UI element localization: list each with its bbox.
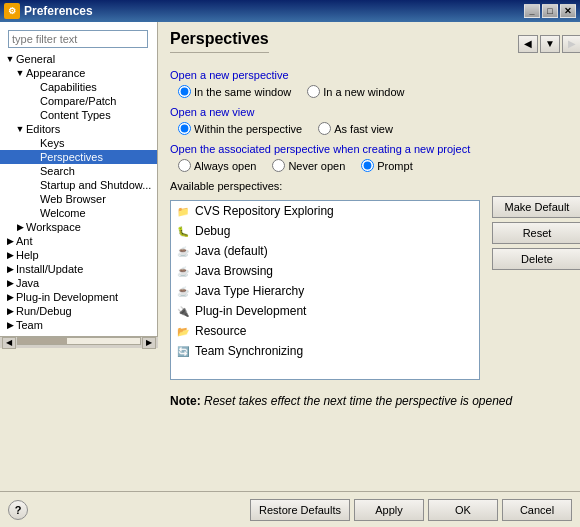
sidebar-item-plugin-dev[interactable]: ▶ Plug-in Development xyxy=(0,290,157,304)
note-body: Reset takes effect the next time the per… xyxy=(201,394,513,408)
list-item[interactable]: 📂 Resource xyxy=(171,321,479,341)
cancel-button[interactable]: Cancel xyxy=(502,499,572,521)
never-open-label: Never open xyxy=(288,160,345,172)
sidebar-item-run-debug[interactable]: ▶ Run/Debug xyxy=(0,304,157,318)
sidebar-item-compare-patch[interactable]: Compare/Patch xyxy=(0,94,157,108)
debug-icon: 🐛 xyxy=(175,223,191,239)
new-window-option[interactable]: In a new window xyxy=(307,85,404,98)
reset-button[interactable]: Reset xyxy=(492,222,580,244)
main-panel: Perspectives ◀ ▼ ▶ Open a new perspectiv… xyxy=(158,22,580,491)
expand-icon: ▶ xyxy=(4,236,16,246)
within-perspective-label: Within the perspective xyxy=(194,123,302,135)
apply-button[interactable]: Apply xyxy=(354,499,424,521)
expand-icon: ▶ xyxy=(4,320,16,330)
scroll-left-arrow[interactable]: ◀ xyxy=(2,337,16,349)
sidebar-item-capabilities[interactable]: Capabilities xyxy=(0,80,157,94)
open-new-perspective-options: In the same window In a new window xyxy=(178,85,580,98)
nav-forward-button[interactable]: ▶ xyxy=(562,35,580,53)
prompt-radio[interactable] xyxy=(361,159,374,172)
fast-view-label: As fast view xyxy=(334,123,393,135)
sidebar-item-startup[interactable]: Startup and Shutdow... xyxy=(0,178,157,192)
same-window-radio[interactable] xyxy=(178,85,191,98)
scroll-right-arrow[interactable]: ▶ xyxy=(142,337,156,349)
always-open-radio[interactable] xyxy=(178,159,191,172)
perspectives-list[interactable]: 📁 CVS Repository Exploring 🐛 Debug ☕ Jav… xyxy=(170,200,480,380)
nav-back-button[interactable]: ◀ xyxy=(518,35,538,53)
sidebar-item-ant[interactable]: ▶ Ant xyxy=(0,234,157,248)
sidebar-item-perspectives[interactable]: Perspectives xyxy=(0,150,157,164)
never-open-radio[interactable] xyxy=(272,159,285,172)
always-open-option[interactable]: Always open xyxy=(178,159,256,172)
sidebar-item-label: Editors xyxy=(26,123,60,135)
within-perspective-option[interactable]: Within the perspective xyxy=(178,122,302,135)
open-new-perspective-label: Open a new perspective xyxy=(170,69,580,81)
always-open-label: Always open xyxy=(194,160,256,172)
same-window-option[interactable]: In the same window xyxy=(178,85,291,98)
sidebar-item-install-update[interactable]: ▶ Install/Update xyxy=(0,262,157,276)
cvs-icon: 📁 xyxy=(175,203,191,219)
restore-defaults-button[interactable]: Restore Defaults xyxy=(250,499,350,521)
never-open-option[interactable]: Never open xyxy=(272,159,345,172)
delete-button[interactable]: Delete xyxy=(492,248,580,270)
new-window-radio[interactable] xyxy=(307,85,320,98)
ok-button[interactable]: OK xyxy=(428,499,498,521)
minimize-button[interactable]: _ xyxy=(524,4,540,18)
perspective-label: Java Type Hierarchy xyxy=(195,284,304,298)
close-button[interactable]: ✕ xyxy=(560,4,576,18)
sidebar-item-label: Compare/Patch xyxy=(40,95,116,107)
perspective-label: Resource xyxy=(195,324,246,338)
perspective-label: Plug-in Development xyxy=(195,304,306,318)
sidebar-item-label: Workspace xyxy=(26,221,81,233)
within-perspective-radio[interactable] xyxy=(178,122,191,135)
sidebar-tree: ▼ General ▼ Appearance Capabilities Comp… xyxy=(0,22,158,336)
sidebar-item-label: Team xyxy=(16,319,43,331)
sidebar-item-editors[interactable]: ▼ Editors xyxy=(0,122,157,136)
maximize-button[interactable]: □ xyxy=(542,4,558,18)
expand-icon: ▶ xyxy=(4,278,16,288)
sidebar-item-help[interactable]: ▶ Help xyxy=(0,248,157,262)
sidebar-item-welcome[interactable]: Welcome xyxy=(0,206,157,220)
sidebar: ▼ General ▼ Appearance Capabilities Comp… xyxy=(0,22,158,491)
sidebar-scrollbar[interactable]: ◀ ▶ xyxy=(0,336,158,348)
fast-view-option[interactable]: As fast view xyxy=(318,122,393,135)
window-controls[interactable]: _ □ ✕ xyxy=(524,4,576,18)
search-input[interactable] xyxy=(8,30,148,48)
make-default-button[interactable]: Make Default xyxy=(492,196,580,218)
plugin-dev-icon: 🔌 xyxy=(175,303,191,319)
perspectives-row: 📁 CVS Repository Exploring 🐛 Debug ☕ Jav… xyxy=(170,196,580,388)
open-new-view-options: Within the perspective As fast view xyxy=(178,122,580,135)
prompt-option[interactable]: Prompt xyxy=(361,159,412,172)
same-window-label: In the same window xyxy=(194,86,291,98)
list-item[interactable]: 🐛 Debug xyxy=(171,221,479,241)
sidebar-item-label: Appearance xyxy=(26,67,85,79)
help-button[interactable]: ? xyxy=(8,500,28,520)
sidebar-item-search[interactable]: Search xyxy=(0,164,157,178)
open-associated-label: Open the associated perspective when cre… xyxy=(170,143,580,155)
sidebar-item-label: Perspectives xyxy=(40,151,103,163)
sidebar-item-content-types[interactable]: Content Types xyxy=(0,108,157,122)
available-perspectives-label: Available perspectives: xyxy=(170,180,580,192)
nav-dropdown-button[interactable]: ▼ xyxy=(540,35,560,53)
list-item[interactable]: 🔌 Plug-in Development xyxy=(171,301,479,321)
expand-icon: ▼ xyxy=(14,68,26,78)
list-item[interactable]: ☕ Java Browsing xyxy=(171,261,479,281)
sidebar-item-general[interactable]: ▼ General xyxy=(0,52,157,66)
sidebar-item-java[interactable]: ▶ Java xyxy=(0,276,157,290)
sidebar-item-appearance[interactable]: ▼ Appearance xyxy=(0,66,157,80)
open-associated-options: Always open Never open Prompt xyxy=(178,159,580,172)
sidebar-item-label: Web Browser xyxy=(40,193,106,205)
list-item[interactable]: 📁 CVS Repository Exploring xyxy=(171,201,479,221)
scroll-thumb[interactable] xyxy=(18,338,67,344)
sidebar-item-web-browser[interactable]: Web Browser xyxy=(0,192,157,206)
expand-icon: ▶ xyxy=(4,306,16,316)
list-item[interactable]: 🔄 Team Synchronizing xyxy=(171,341,479,361)
scroll-track[interactable] xyxy=(17,337,141,345)
sidebar-item-keys[interactable]: Keys xyxy=(0,136,157,150)
sidebar-item-team[interactable]: ▶ Team xyxy=(0,318,157,332)
sidebar-item-workspace[interactable]: ▶ Workspace xyxy=(0,220,157,234)
fast-view-radio[interactable] xyxy=(318,122,331,135)
list-item[interactable]: ☕ Java (default) xyxy=(171,241,479,261)
search-box-container xyxy=(8,30,148,48)
list-item[interactable]: ☕ Java Type Hierarchy xyxy=(171,281,479,301)
panel-header: Perspectives ◀ ▼ ▶ xyxy=(170,30,580,61)
